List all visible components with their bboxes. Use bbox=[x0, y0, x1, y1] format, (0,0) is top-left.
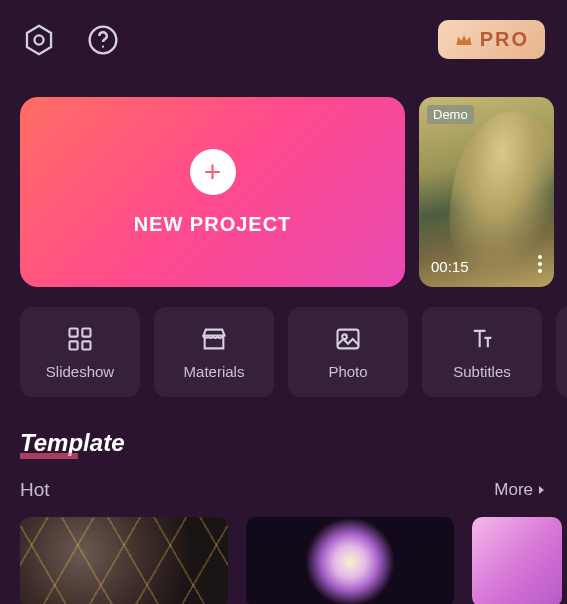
photo-button[interactable]: Photo bbox=[288, 307, 408, 397]
svg-rect-5 bbox=[70, 341, 78, 349]
template-cards bbox=[20, 517, 547, 604]
header-bar: PRO bbox=[0, 0, 567, 79]
subtitles-button[interactable]: Subtitles bbox=[422, 307, 542, 397]
pro-button[interactable]: PRO bbox=[438, 20, 545, 59]
tool-label: Photo bbox=[328, 363, 367, 380]
main-row: + NEW PROJECT Demo 00:15 bbox=[0, 97, 567, 287]
pro-label: PRO bbox=[480, 28, 529, 51]
materials-button[interactable]: Materials bbox=[154, 307, 274, 397]
chevron-right-icon bbox=[535, 484, 547, 496]
template-card-2[interactable] bbox=[246, 517, 454, 604]
tool-label: Subtitles bbox=[453, 363, 511, 380]
svg-rect-4 bbox=[82, 328, 90, 336]
svg-point-2 bbox=[102, 45, 104, 47]
svg-rect-6 bbox=[82, 341, 90, 349]
help-icon[interactable] bbox=[86, 23, 120, 57]
svg-rect-3 bbox=[70, 328, 78, 336]
new-project-label: NEW PROJECT bbox=[134, 213, 292, 236]
more-link[interactable]: More bbox=[494, 480, 547, 500]
more-label: More bbox=[494, 480, 533, 500]
more-icon[interactable] bbox=[534, 251, 546, 277]
demo-project-card[interactable]: Demo 00:15 bbox=[419, 97, 554, 287]
slideshow-button[interactable]: Slideshow bbox=[20, 307, 140, 397]
demo-badge: Demo bbox=[427, 105, 474, 124]
crown-icon bbox=[454, 30, 474, 50]
template-title: Template bbox=[20, 429, 124, 457]
template-section: Template Hot More bbox=[0, 429, 567, 604]
svg-rect-7 bbox=[338, 329, 359, 348]
settings-icon[interactable] bbox=[22, 23, 56, 57]
new-project-button[interactable]: + NEW PROJECT bbox=[20, 97, 405, 287]
demo-duration: 00:15 bbox=[431, 258, 469, 275]
tools-row: Slideshow Materials Photo Subtitles bbox=[0, 307, 567, 397]
tool-label: Slideshow bbox=[46, 363, 114, 380]
template-card-3[interactable] bbox=[472, 517, 562, 604]
tab-hot[interactable]: Hot bbox=[20, 479, 50, 501]
svg-point-0 bbox=[34, 35, 43, 44]
template-tabs: Hot More bbox=[20, 479, 547, 501]
text-icon bbox=[468, 325, 496, 353]
photo-icon bbox=[334, 325, 362, 353]
store-icon bbox=[200, 325, 228, 353]
slideshow-icon bbox=[66, 325, 94, 353]
template-card-1[interactable] bbox=[20, 517, 228, 604]
plus-icon: + bbox=[190, 149, 236, 195]
tool-overflow[interactable] bbox=[556, 307, 567, 397]
tool-label: Materials bbox=[184, 363, 245, 380]
